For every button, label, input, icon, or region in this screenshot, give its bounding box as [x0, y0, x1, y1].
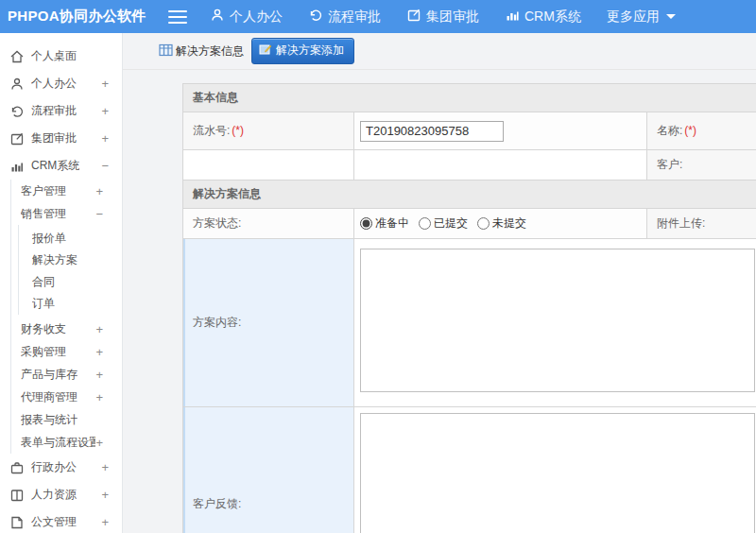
- history-icon: [308, 8, 328, 26]
- required-mark: (*): [232, 124, 244, 137]
- app-title: PHPOA协同办公软件: [0, 8, 121, 26]
- radio-submitted[interactable]: 已提交: [419, 215, 468, 232]
- bar-chart-icon: [505, 8, 524, 26]
- nav-label: 个人办公: [230, 9, 283, 26]
- status-radio-group: 准备中 已提交 未提交: [360, 215, 646, 232]
- table-grid-icon: [159, 43, 176, 60]
- sidebar-item-crm-system[interactable]: CRM系统 −: [0, 152, 122, 180]
- tab-solution-info[interactable]: 解决方案信息: [159, 43, 244, 60]
- sidebar-item-personal-office[interactable]: 个人办公 +: [0, 70, 122, 97]
- section-basic-info: 基本信息: [183, 84, 756, 112]
- feedback-label: 客户反馈:: [183, 407, 354, 533]
- user-icon: [9, 77, 25, 92]
- customer-label: 客户:: [647, 150, 756, 181]
- sales-submenu: 报价单 解决方案 合同 订单: [18, 225, 122, 315]
- book-icon: [9, 488, 25, 503]
- home-icon: [9, 49, 25, 64]
- nav-more-apps[interactable]: 更多应用: [607, 9, 676, 26]
- add-edit-icon: [259, 43, 276, 59]
- name-label: 名称:(*): [647, 112, 756, 150]
- sidebar-item-quotation[interactable]: 报价单: [19, 228, 122, 249]
- bar-chart-icon: [9, 159, 25, 174]
- main-content: 解决方案信息 解决方案添加 基本信息 流水号:(*): [123, 33, 756, 533]
- user-icon: [210, 8, 230, 26]
- content-textarea[interactable]: [360, 249, 755, 392]
- radio-preparing[interactable]: 准备中: [360, 215, 409, 232]
- nav-label: 集团审批: [426, 9, 479, 26]
- nav-personal-office[interactable]: 个人办公: [210, 8, 283, 26]
- hamburger-menu-icon[interactable]: [168, 10, 187, 24]
- crm-submenu: 客户管理 + 销售管理 − 报价单 解决方案 合同 订单: [10, 180, 122, 454]
- sidebar-item-document-mgmt[interactable]: 公文管理 +: [0, 508, 122, 533]
- sidebar-item-sales-mgmt[interactable]: 销售管理 −: [11, 202, 122, 225]
- solution-add-button[interactable]: 解决方案添加: [251, 38, 354, 64]
- nav-crm-system[interactable]: CRM系统: [505, 8, 581, 26]
- nav-label: CRM系统: [524, 9, 581, 26]
- top-nav: 个人办公 流程审批 集团审批 CRM系统 更多应用: [210, 8, 701, 26]
- solution-form: 基本信息 流水号:(*) 名称:(*) 客户:: [182, 83, 756, 533]
- tab-strip: 解决方案信息 解决方案添加: [123, 33, 756, 70]
- nav-label: 流程审批: [328, 9, 381, 26]
- radio-not-submitted[interactable]: 未提交: [477, 215, 526, 232]
- history-icon: [9, 104, 25, 119]
- sidebar-item-admin-office[interactable]: 行政办公 +: [0, 454, 122, 481]
- sidebar-item-agent-mgmt[interactable]: 代理商管理 +: [11, 386, 122, 408]
- sidebar-item-order[interactable]: 订单: [19, 293, 122, 315]
- status-label: 方案状态:: [183, 209, 354, 239]
- serial-input[interactable]: [360, 121, 504, 142]
- sidebar-item-personal-desktop[interactable]: 个人桌面: [0, 43, 122, 70]
- sidebar-item-hr[interactable]: 人力资源 +: [0, 481, 122, 508]
- top-bar: PHPOA协同办公软件 个人办公 流程审批 集团审批 CRM系统 更多应用: [0, 0, 756, 33]
- edit-square-icon: [9, 131, 25, 146]
- sidebar-item-contract[interactable]: 合同: [19, 271, 122, 293]
- document-icon: [9, 515, 25, 530]
- sidebar-item-group-approval[interactable]: 集团审批 +: [0, 125, 122, 152]
- content-label: 方案内容:: [183, 239, 354, 407]
- edit-square-icon: [406, 8, 426, 26]
- feedback-textarea[interactable]: [360, 413, 755, 533]
- nav-label: 更多应用: [607, 9, 660, 26]
- sidebar-item-solution[interactable]: 解决方案: [19, 249, 122, 271]
- nav-group-approval[interactable]: 集团审批: [406, 8, 479, 26]
- attachment-label: 附件上传:: [647, 209, 756, 239]
- nav-workflow-approval[interactable]: 流程审批: [308, 8, 381, 26]
- sidebar-item-form-workflow-settings[interactable]: 表单与流程设置 +: [11, 431, 122, 454]
- required-mark: (*): [684, 124, 696, 137]
- sidebar-item-customer-mgmt[interactable]: 客户管理 +: [11, 180, 122, 202]
- sidebar-item-finance[interactable]: 财务收支 +: [11, 318, 122, 340]
- section-solution-info: 解决方案信息: [183, 181, 756, 209]
- sidebar-item-product-inventory[interactable]: 产品与库存 +: [11, 363, 122, 386]
- sidebar-item-workflow-approval[interactable]: 流程审批 +: [0, 97, 122, 125]
- sidebar-item-reports-stats[interactable]: 报表与统计: [11, 408, 122, 431]
- briefcase-icon: [9, 460, 25, 475]
- caret-down-icon: [666, 14, 676, 19]
- app-window: PHPOA协同办公软件 个人办公 流程审批 集团审批 CRM系统 更多应用: [0, 0, 756, 533]
- serial-label: 流水号:(*): [183, 112, 354, 150]
- sidebar: 个人桌面 个人办公 + 流程审批 + 集团审批 + CRM系统 − 客户管理 +: [0, 33, 123, 533]
- sidebar-item-purchasing[interactable]: 采购管理 +: [11, 340, 122, 363]
